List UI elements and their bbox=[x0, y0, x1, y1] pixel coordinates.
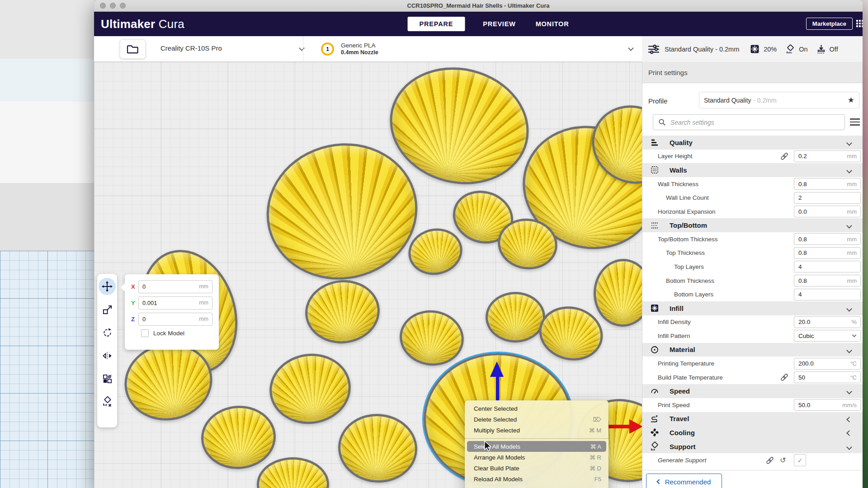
chevron-down-icon[interactable] bbox=[628, 45, 634, 51]
model-shell[interactable] bbox=[404, 224, 467, 280]
link-icon[interactable] bbox=[780, 373, 789, 382]
axis-input-z[interactable]: 0mm bbox=[138, 313, 212, 326]
model-shell[interactable] bbox=[335, 411, 419, 485]
setting-input[interactable]: 0.8mm bbox=[794, 247, 861, 259]
move-handle-x-axis[interactable] bbox=[607, 419, 643, 434]
setting-top-thickness[interactable]: Top Thickness0.8mm bbox=[642, 246, 863, 260]
model-shell[interactable] bbox=[257, 457, 329, 488]
move-handle-y-axis[interactable] bbox=[490, 361, 505, 402]
chevron-down-icon[interactable] bbox=[299, 45, 305, 51]
rotate-tool-button[interactable] bbox=[99, 324, 116, 341]
setting-input[interactable]: 0.0mm bbox=[794, 206, 861, 217]
support-blocker-button[interactable] bbox=[99, 393, 116, 410]
model-shell[interactable] bbox=[199, 403, 278, 471]
profile-dropdown[interactable]: Standard Quality - 0.2mm ★ bbox=[699, 92, 859, 108]
model-shell[interactable] bbox=[396, 306, 467, 370]
setting-input[interactable]: 50°C bbox=[794, 371, 861, 383]
tab-preview[interactable]: PREVIEW bbox=[481, 17, 517, 31]
setting-wall-line-count[interactable]: Wall Line Count2 bbox=[642, 191, 863, 205]
setting-top-layers[interactable]: Top Layers4 bbox=[642, 260, 863, 274]
setting-build-plate-temperature[interactable]: Build Plate Temperature50°C bbox=[642, 371, 863, 385]
tab-monitor[interactable]: MONITOR bbox=[534, 17, 571, 31]
menu-item-reset-all-model-positions[interactable]: Reset All Model Positions bbox=[465, 485, 609, 488]
model-shell[interactable] bbox=[265, 348, 355, 429]
chevron-left-icon[interactable] bbox=[846, 417, 852, 422]
chevron-down-icon[interactable] bbox=[846, 347, 852, 353]
section-material[interactable]: Material bbox=[642, 343, 863, 357]
open-file-button[interactable] bbox=[120, 39, 146, 59]
setting-top-bottom-thickness[interactable]: Top/Bottom Thickness0.8mm bbox=[642, 232, 863, 246]
setting-dropdown[interactable]: Cubic bbox=[794, 330, 861, 342]
section-label: Top/Bottom bbox=[670, 221, 707, 229]
star-icon[interactable]: ★ bbox=[848, 95, 854, 105]
menu-item-shortcut: ⌦ bbox=[593, 416, 601, 423]
setting-input[interactable]: 2 bbox=[794, 192, 861, 204]
setting-infill-pattern[interactable]: Infill PatternCubic bbox=[642, 329, 863, 343]
revert-icon[interactable]: ↺ bbox=[780, 456, 786, 465]
setting-layer-height[interactable]: Layer Height0.2mm bbox=[642, 150, 863, 164]
print-setup-summary[interactable]: Standard Quality - 0.2mm 20% On Off bbox=[642, 36, 863, 62]
section-travel[interactable]: Travel bbox=[642, 412, 863, 426]
axis-input-x[interactable]: 0mm bbox=[138, 280, 212, 293]
apps-grid-icon[interactable] bbox=[856, 20, 863, 28]
setting-infill-density[interactable]: Infill Density20.0% bbox=[642, 315, 863, 329]
chevron-down-icon[interactable] bbox=[846, 306, 852, 312]
setting-input[interactable]: 50.0mm/s bbox=[794, 399, 861, 411]
setting-input[interactable]: 0.8mm bbox=[794, 233, 861, 245]
link-icon[interactable] bbox=[780, 152, 789, 161]
marketplace-button[interactable]: Marketplace bbox=[806, 18, 853, 30]
menu-item-arrange-all-models[interactable]: Arrange All Models⌘ R bbox=[465, 452, 609, 463]
setting-horizontal-expansion[interactable]: Horizontal Expansion0.0mm bbox=[642, 205, 863, 219]
chevron-down-icon[interactable] bbox=[846, 223, 852, 229]
setting-input[interactable]: 0.8mm bbox=[794, 178, 861, 190]
setting-checkbox[interactable]: ✓ bbox=[794, 454, 806, 466]
setting-input[interactable]: 0.8mm bbox=[794, 275, 861, 286]
settings-menu-icon[interactable] bbox=[850, 117, 860, 127]
tab-prepare[interactable]: PREPARE bbox=[408, 17, 465, 31]
section-walls[interactable]: Walls bbox=[642, 163, 863, 177]
setting-input[interactable]: 4 bbox=[794, 261, 861, 272]
chevron-down-icon[interactable] bbox=[846, 168, 852, 174]
section-support[interactable]: Support bbox=[642, 440, 863, 454]
section-infill[interactable]: Infill bbox=[642, 301, 863, 315]
menu-item-delete-selected[interactable]: Delete Selected⌦ bbox=[465, 414, 609, 425]
setting-bottom-layers[interactable]: Bottom Layers4 bbox=[642, 287, 863, 301]
search-input[interactable] bbox=[670, 119, 844, 126]
setting-generate-support[interactable]: Generate Support↺✓ bbox=[642, 453, 863, 467]
printer-selector[interactable]: Creality CR-10S Pro bbox=[160, 44, 222, 52]
chevron-down-icon[interactable] bbox=[846, 389, 852, 395]
axis-input-y[interactable]: 0.001mm bbox=[138, 296, 212, 310]
material-selector[interactable]: Generic PLA bbox=[341, 42, 376, 49]
model-shell[interactable] bbox=[486, 292, 545, 343]
lock-model-checkbox[interactable] bbox=[141, 329, 149, 337]
menu-item-label: Arrange All Models bbox=[474, 454, 525, 461]
menu-item-center-selected[interactable]: Center Selected bbox=[465, 403, 609, 414]
setting-input[interactable]: 4 bbox=[794, 289, 861, 300]
setting-input[interactable]: 200.0°C bbox=[794, 358, 861, 370]
section-top-bottom[interactable]: Top/Bottom bbox=[642, 218, 863, 232]
move-tool-button[interactable] bbox=[99, 278, 116, 295]
model-shell[interactable] bbox=[302, 277, 383, 347]
recommended-mode-button[interactable]: Recommended bbox=[646, 474, 722, 488]
setting-printing-temperature[interactable]: Printing Temperature200.0°C bbox=[642, 357, 863, 371]
section-speed[interactable]: Speed bbox=[642, 384, 863, 398]
setting-value: 0.8 bbox=[798, 249, 847, 256]
menu-item-shortcut: ⌘ D bbox=[590, 465, 601, 472]
setting-print-speed[interactable]: Print Speed50.0mm/s bbox=[642, 398, 863, 412]
setting-input[interactable]: 20.0% bbox=[794, 316, 861, 328]
menu-item-multiply-selected[interactable]: Multiply Selected⌘ M bbox=[465, 425, 609, 436]
section-quality[interactable]: Quality bbox=[642, 136, 863, 150]
section-cooling[interactable]: Cooling bbox=[642, 426, 863, 440]
setting-bottom-thickness[interactable]: Bottom Thickness0.8mm bbox=[642, 274, 863, 288]
scale-tool-button[interactable] bbox=[99, 301, 116, 318]
menu-item-clear-build-plate[interactable]: Clear Build Plate⌘ D bbox=[465, 463, 609, 474]
per-model-settings-button[interactable] bbox=[99, 370, 116, 387]
link-icon[interactable] bbox=[765, 456, 774, 465]
mirror-tool-button[interactable] bbox=[99, 347, 116, 364]
setting-input[interactable]: 0.2mm bbox=[794, 150, 861, 162]
chevron-left-icon[interactable] bbox=[846, 430, 852, 436]
chevron-down-icon[interactable] bbox=[846, 140, 852, 146]
setting-wall-thickness[interactable]: Wall Thickness0.8mm bbox=[642, 177, 863, 191]
chevron-down-icon[interactable] bbox=[846, 444, 852, 450]
menu-item-reload-all-models[interactable]: Reload All ModelsF5 bbox=[465, 474, 609, 485]
